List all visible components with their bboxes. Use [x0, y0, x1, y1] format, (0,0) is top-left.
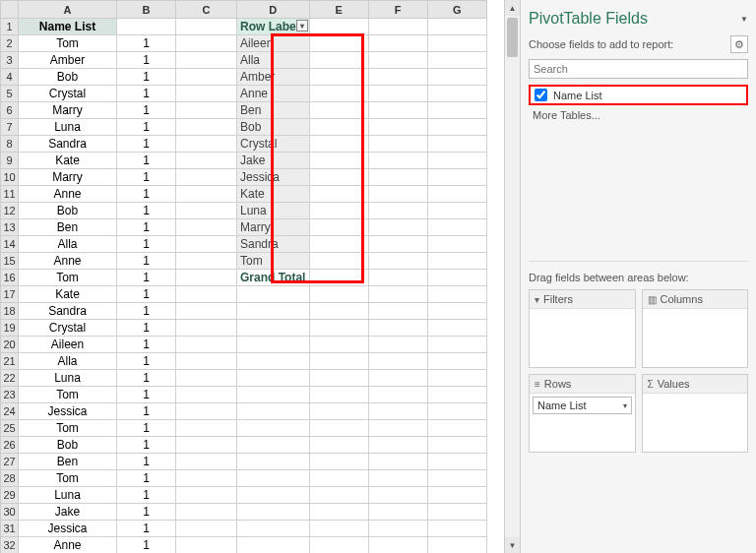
column-header-G[interactable]: G	[427, 1, 486, 19]
spreadsheet-grid[interactable]: ABCDEFG1Name ListRow Labels▾2Tom1Aileen3…	[0, 0, 520, 553]
row-header-13[interactable]: 13	[1, 219, 19, 236]
rows-area[interactable]: ≡Rows Name List ▾	[529, 374, 636, 453]
cell-G30[interactable]	[427, 504, 486, 521]
cell-F9[interactable]	[368, 153, 427, 169]
cell-A29[interactable]: Luna	[19, 487, 117, 504]
cell-A20[interactable]: Aileen	[19, 337, 117, 353]
cell-C5[interactable]	[176, 86, 237, 102]
cell-D8[interactable]: Crystal	[237, 136, 310, 153]
cell-D26[interactable]	[237, 437, 310, 454]
row-header-21[interactable]: 21	[1, 353, 19, 370]
cell-E3[interactable]	[309, 52, 368, 69]
cell-B28[interactable]: 1	[117, 470, 176, 487]
cell-G20[interactable]	[427, 337, 486, 353]
cell-G9[interactable]	[427, 153, 486, 169]
cell-E16[interactable]	[309, 270, 368, 286]
row-header-8[interactable]: 8	[1, 136, 19, 153]
cell-B20[interactable]: 1	[117, 337, 176, 353]
cell-G21[interactable]	[427, 353, 486, 370]
row-header-14[interactable]: 14	[1, 236, 19, 253]
cell-E7[interactable]	[309, 119, 368, 136]
cell-C30[interactable]	[176, 504, 237, 521]
cell-E15[interactable]	[309, 253, 368, 270]
cell-E32[interactable]	[309, 537, 368, 554]
cell-C13[interactable]	[176, 219, 237, 236]
cell-A28[interactable]: Tom	[19, 470, 117, 487]
cell-A4[interactable]: Bob	[19, 69, 117, 86]
cell-F29[interactable]	[368, 487, 427, 504]
field-checkbox-name-list[interactable]	[535, 89, 547, 101]
cell-A9[interactable]: Kate	[19, 153, 117, 169]
cell-D12[interactable]: Luna	[237, 203, 310, 219]
cell-D5[interactable]: Anne	[237, 86, 310, 102]
cell-E1[interactable]	[309, 19, 368, 35]
cell-G4[interactable]	[427, 69, 486, 86]
cell-A10[interactable]: Marry	[19, 169, 117, 186]
row-header-5[interactable]: 5	[1, 86, 19, 102]
cell-D1[interactable]: Row Labels▾	[237, 19, 310, 35]
cell-G22[interactable]	[427, 370, 486, 387]
cell-G18[interactable]	[427, 303, 486, 320]
row-header-26[interactable]: 26	[1, 437, 19, 454]
cell-E19[interactable]	[309, 320, 368, 337]
cell-A30[interactable]: Jake	[19, 504, 117, 521]
cell-C17[interactable]	[176, 286, 237, 303]
cell-B22[interactable]: 1	[117, 370, 176, 387]
panel-collapse-icon[interactable]: ▼	[740, 15, 748, 24]
cell-G8[interactable]	[427, 136, 486, 153]
cell-G14[interactable]	[427, 236, 486, 253]
cell-F23[interactable]	[368, 387, 427, 403]
vertical-scrollbar[interactable]: ▲ ▼	[504, 0, 520, 553]
cell-G32[interactable]	[427, 537, 486, 554]
cell-G15[interactable]	[427, 253, 486, 270]
cell-F21[interactable]	[368, 353, 427, 370]
cell-D4[interactable]: Amber	[237, 69, 310, 86]
cell-G27[interactable]	[427, 454, 486, 470]
cell-E27[interactable]	[309, 454, 368, 470]
row-header-18[interactable]: 18	[1, 303, 19, 320]
cell-B30[interactable]: 1	[117, 504, 176, 521]
cell-B12[interactable]: 1	[117, 203, 176, 219]
cell-F16[interactable]	[368, 270, 427, 286]
cell-A16[interactable]: Tom	[19, 270, 117, 286]
cell-F19[interactable]	[368, 320, 427, 337]
cell-A23[interactable]: Tom	[19, 387, 117, 403]
cell-E17[interactable]	[309, 286, 368, 303]
scroll-down-button[interactable]: ▼	[505, 537, 520, 553]
row-header-9[interactable]: 9	[1, 153, 19, 169]
cell-C6[interactable]	[176, 102, 237, 119]
cell-B23[interactable]: 1	[117, 387, 176, 403]
cell-F5[interactable]	[368, 86, 427, 102]
cell-A12[interactable]: Bob	[19, 203, 117, 219]
cell-G29[interactable]	[427, 487, 486, 504]
cell-E22[interactable]	[309, 370, 368, 387]
cell-E2[interactable]	[309, 35, 368, 52]
cell-A7[interactable]: Luna	[19, 119, 117, 136]
cell-E4[interactable]	[309, 69, 368, 86]
cell-B16[interactable]: 1	[117, 270, 176, 286]
cell-A1[interactable]: Name List	[19, 19, 117, 35]
cell-C12[interactable]	[176, 203, 237, 219]
cell-D21[interactable]	[237, 353, 310, 370]
cell-A14[interactable]: Alla	[19, 236, 117, 253]
cell-B24[interactable]: 1	[117, 403, 176, 420]
cell-B3[interactable]: 1	[117, 52, 176, 69]
cell-D16[interactable]: Grand Total	[237, 270, 310, 286]
cell-G19[interactable]	[427, 320, 486, 337]
column-header-F[interactable]: F	[368, 1, 427, 19]
cell-E20[interactable]	[309, 337, 368, 353]
cell-D6[interactable]: Ben	[237, 102, 310, 119]
cell-C22[interactable]	[176, 370, 237, 387]
cell-D14[interactable]: Sandra	[237, 236, 310, 253]
cell-D17[interactable]	[237, 286, 310, 303]
cell-C1[interactable]	[176, 19, 237, 35]
cell-F10[interactable]	[368, 169, 427, 186]
cell-E25[interactable]	[309, 420, 368, 437]
field-search-input[interactable]	[529, 59, 748, 79]
scroll-up-button[interactable]: ▲	[505, 0, 520, 16]
cell-D2[interactable]: Aileen	[237, 35, 310, 52]
row-header-27[interactable]: 27	[1, 454, 19, 470]
cell-E28[interactable]	[309, 470, 368, 487]
cell-F31[interactable]	[368, 521, 427, 537]
cell-A13[interactable]: Ben	[19, 219, 117, 236]
